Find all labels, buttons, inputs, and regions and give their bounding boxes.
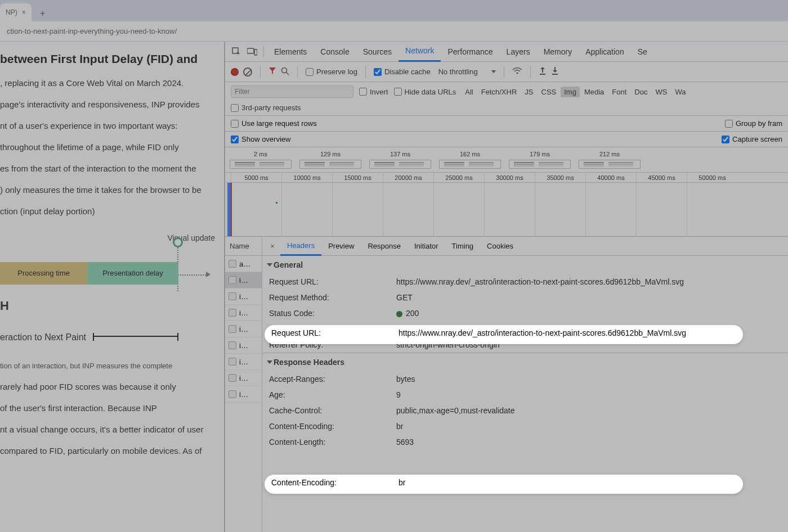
search-icon[interactable] [281, 67, 289, 77]
h-letter: H [0, 296, 215, 315]
hl-request-url-key: Request URL: [271, 328, 399, 341]
svg-rect-1 [247, 48, 254, 53]
invert-checkbox[interactable]: Invert [359, 88, 388, 96]
request-row[interactable]: a… [225, 256, 262, 272]
response-headers-label: Response Headers [274, 358, 344, 367]
article-text: of the user's first interaction. Because… [0, 402, 215, 415]
preserve-log-checkbox[interactable]: Preserve log [306, 67, 357, 76]
devtools-tab-console[interactable]: Console [314, 42, 356, 62]
response-headers-section-header[interactable]: Response Headers [262, 353, 788, 371]
filter-type-css[interactable]: CSS [538, 87, 560, 97]
filter-type-fetch-xhr[interactable]: Fetch/XHR [478, 87, 521, 97]
separator [504, 66, 504, 78]
highlight-content-encoding: Content-Encoding: br [265, 475, 743, 494]
filter-type-font[interactable]: Font [608, 87, 630, 97]
group-by-frame-checkbox[interactable]: Group by fram [725, 119, 782, 128]
browser-tab[interactable]: NP) × [0, 3, 32, 21]
devtools-tab-elements[interactable]: Elements [267, 42, 314, 62]
screenshot-thumb[interactable]: 179 ms [509, 151, 571, 169]
file-icon [229, 309, 236, 317]
upload-icon[interactable] [539, 66, 547, 77]
device-toggle-icon[interactable] [244, 44, 260, 60]
request-row[interactable]: i… [225, 305, 262, 321]
inp-bar: Processing time Presentation delay [0, 262, 215, 285]
close-details-button[interactable]: × [265, 238, 280, 254]
filter-toggle-icon[interactable] [268, 67, 276, 76]
wifi-icon[interactable] [512, 67, 522, 76]
content-encoding-value: br [396, 422, 781, 431]
close-tab-icon[interactable]: × [22, 8, 26, 16]
filter-input[interactable] [231, 85, 353, 98]
filter-type-media[interactable]: Media [581, 87, 607, 97]
throttling-select[interactable]: No throttling [435, 66, 481, 77]
processing-time-segment: Processing time [0, 262, 87, 285]
clear-button[interactable] [243, 67, 252, 76]
capture-screenshots-checkbox[interactable]: Capture screen [722, 135, 782, 143]
detail-tab-cookies[interactable]: Cookies [480, 237, 520, 256]
request-name: i… [239, 390, 248, 399]
thumb-time: 212 ms [579, 151, 641, 157]
request-row[interactable]: i… [225, 321, 262, 337]
general-section-header[interactable]: General [262, 256, 788, 274]
detail-tab-preview[interactable]: Preview [321, 237, 361, 256]
filter-type-all[interactable]: All [462, 87, 476, 97]
devtools-tab-network[interactable]: Network [399, 42, 441, 62]
large-rows-checkbox[interactable]: Use large request rows [231, 119, 317, 128]
devtools-tab-application[interactable]: Application [579, 42, 631, 62]
filter-type-wa[interactable]: Wa [671, 87, 689, 97]
circle-node-icon [173, 237, 183, 247]
article-text: rarely had poor FID scores was because i… [0, 380, 215, 394]
devtools-tab-sources[interactable]: Sources [356, 42, 399, 62]
request-row[interactable]: i… [225, 337, 262, 354]
screenshot-thumb[interactable]: 129 ms [299, 151, 361, 169]
status-code-key: Status Code: [269, 309, 396, 318]
screenshot-thumb[interactable]: 212 ms [579, 151, 641, 169]
request-row[interactable]: i… [225, 288, 262, 305]
waterfall[interactable] [225, 183, 788, 237]
detail-tab-response[interactable]: Response [361, 237, 408, 256]
screenshot-thumb[interactable]: 162 ms [439, 151, 501, 169]
thumb-image [579, 160, 641, 169]
third-party-checkbox[interactable]: 3rd-party requests [231, 103, 301, 112]
article-text: compared to FID, particularly on mobile … [0, 444, 215, 458]
article-text: nt a visual change occurs, it's a better… [0, 423, 215, 436]
filter-type-doc[interactable]: Doc [631, 87, 651, 97]
article-text: ction (input delay portion) [0, 205, 215, 218]
request-row[interactable]: i… [225, 370, 262, 386]
disable-cache-checkbox[interactable]: Disable cache [374, 67, 431, 76]
disclosure-triangle-icon [267, 360, 272, 364]
request-row[interactable]: i… [225, 386, 262, 403]
ruler-tick: 25000 ms [433, 173, 484, 182]
separator [263, 46, 264, 57]
filter-type-img[interactable]: Img [561, 87, 580, 97]
hide-data-urls-checkbox[interactable]: Hide data URLs [394, 88, 456, 96]
request-row[interactable]: i… [225, 272, 262, 288]
screenshot-thumb[interactable]: 2 ms [230, 151, 292, 169]
file-icon [229, 390, 236, 398]
disclosure-triangle-icon [267, 263, 272, 267]
article-text: , replacing it as a Core Web Vital on Ma… [0, 76, 215, 90]
download-icon[interactable] [551, 66, 559, 77]
article-text: ) only measures the time it takes for th… [0, 183, 215, 197]
request-row[interactable]: i… [225, 354, 262, 370]
chevron-down-icon[interactable] [491, 70, 496, 73]
filter-type-ws[interactable]: WS [652, 87, 670, 97]
record-button[interactable] [231, 68, 239, 76]
name-header[interactable]: Name [225, 237, 262, 256]
status-code-row: Status Code: 200 [262, 305, 788, 321]
devtools-tab-layers[interactable]: Layers [500, 42, 537, 62]
detail-tab-headers[interactable]: Headers [280, 237, 321, 256]
detail-tab-initiator[interactable]: Initiator [408, 237, 445, 256]
show-overview-checkbox[interactable]: Show overview [231, 135, 290, 143]
article-text: nt of a user's experience in two importa… [0, 119, 215, 133]
new-tab-button[interactable]: + [35, 6, 51, 21]
inspect-icon[interactable] [229, 44, 244, 60]
devtools-tab-se[interactable]: Se [631, 42, 654, 62]
file-icon [229, 358, 236, 366]
filter-type-js[interactable]: JS [521, 87, 536, 97]
devtools-tab-memory[interactable]: Memory [537, 42, 579, 62]
devtools-tab-performance[interactable]: Performance [441, 42, 499, 62]
screenshot-thumb[interactable]: 137 ms [369, 151, 431, 169]
address-bar[interactable]: ction-to-next-paint-inp-everything-you-n… [0, 21, 788, 42]
detail-tab-timing[interactable]: Timing [445, 237, 481, 256]
